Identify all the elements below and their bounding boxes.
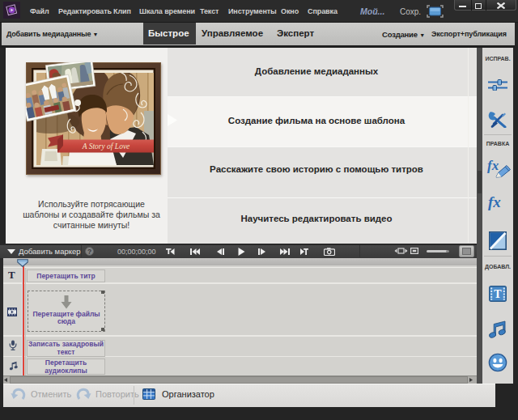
svg-text:A Story of Love: A Story of Love (82, 142, 130, 151)
svg-text:T: T (494, 288, 502, 300)
